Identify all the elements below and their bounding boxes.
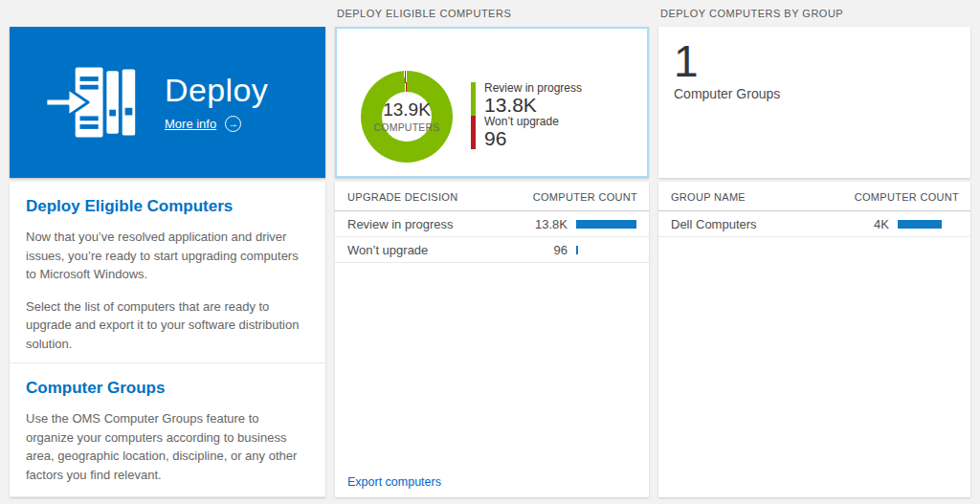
deploy-tile[interactable]: Deploy More info → <box>10 27 325 178</box>
table-row-dell-computers[interactable]: Dell Computers 4K <box>658 211 970 237</box>
section-paragraph: Use the OMS Computer Groups feature to o… <box>26 409 306 484</box>
legend-value: 13.8K <box>484 95 582 116</box>
legend-swatch-green <box>471 82 476 116</box>
eligible-computers-chart-card[interactable]: 13.9K COMPUTERS Review in progress 13.8K… <box>335 27 649 178</box>
row-bar-area <box>898 220 961 229</box>
table-row-review-in-progress[interactable]: Review in progress 13.8K <box>335 211 649 237</box>
computer-groups-summary-card[interactable]: 1 Computer Groups <box>658 27 970 178</box>
table-row-wont-upgrade[interactable]: Won’t upgrade 96 <box>335 237 649 263</box>
deploy-tile-title: Deploy <box>165 73 268 108</box>
more-info-arrow-icon[interactable]: → <box>225 116 241 132</box>
donut-center-text: 13.9K COMPUTERS <box>361 71 453 163</box>
column-deploy-overview: Deploy More info → Deploy Eligible Compu… <box>10 0 325 497</box>
eligible-computers-header: DEPLOY ELIGIBLE COMPUTERS <box>335 0 649 27</box>
legend-value: 96 <box>484 128 559 149</box>
column-header-group-name: GROUP NAME <box>671 191 746 203</box>
count-bar <box>576 246 578 254</box>
legend-swatch-red <box>471 116 476 149</box>
row-bar-area <box>576 246 639 254</box>
computers-by-group-header: DEPLOY COMPUTERS BY GROUP <box>658 0 970 27</box>
donut-total-value: 13.9K <box>383 100 431 121</box>
legend-item-wont-upgrade: Won’t upgrade 96 <box>471 116 582 149</box>
upgrade-decision-table-panel: UPGRADE DECISION COMPUTER COUNT Review i… <box>335 182 649 497</box>
count-bar <box>576 220 636 229</box>
legend-item-review-in-progress: Review in progress 13.8K <box>471 82 582 116</box>
export-computers-link[interactable]: Export computers <box>347 475 441 489</box>
row-count: 4K <box>847 217 889 231</box>
deploy-books-arrow-icon <box>44 63 140 142</box>
row-name: Won’t upgrade <box>347 243 525 257</box>
section-heading: Computer Groups <box>26 379 306 398</box>
column-header-computer-count: COMPUTER COUNT <box>855 191 959 203</box>
section-deploy-eligible-computers: Deploy Eligible Computers Now that you’v… <box>10 182 325 362</box>
group-table-panel: GROUP NAME COMPUTER COUNT Dell Computers… <box>658 182 970 497</box>
more-info-link[interactable]: More info <box>165 117 216 131</box>
dashboard: Deploy More info → Deploy Eligible Compu… <box>0 0 980 497</box>
deploy-description-panel: Deploy Eligible Computers Now that you’v… <box>10 182 325 497</box>
row-name: Dell Computers <box>671 217 847 231</box>
left-panel-filler <box>10 496 325 497</box>
upgrade-decision-table-header: UPGRADE DECISION COMPUTER COUNT <box>335 182 649 211</box>
computer-groups-count: 1 <box>674 38 955 84</box>
row-count: 13.8K <box>525 217 568 231</box>
count-bar <box>898 220 942 229</box>
row-name: Review in progress <box>347 217 525 231</box>
section-heading: Deploy Eligible Computers <box>26 197 306 216</box>
group-table-header: GROUP NAME COMPUTER COUNT <box>658 182 970 211</box>
section-computer-groups: Computer Groups Use the OMS Computer Gro… <box>10 362 325 496</box>
donut-legend: Review in progress 13.8K Won’t upgrade 9… <box>471 82 582 149</box>
column-header-upgrade-decision: UPGRADE DECISION <box>347 191 457 203</box>
row-bar-area <box>576 220 639 229</box>
section-paragraph: Select the list of computers that are re… <box>26 297 306 354</box>
left-column-header-spacer <box>10 0 325 27</box>
deploy-tile-text: Deploy More info → <box>165 73 268 131</box>
row-count: 96 <box>525 243 568 257</box>
donut-total-label: COMPUTERS <box>374 121 440 133</box>
section-paragraph: Now that you’ve resolved application and… <box>26 228 306 284</box>
column-deploy-computers-by-group: DEPLOY COMPUTERS BY GROUP 1 Computer Gro… <box>658 0 970 497</box>
column-deploy-eligible-computers: DEPLOY ELIGIBLE COMPUTERS 13.9K COMPUTER… <box>335 0 649 497</box>
computer-groups-label: Computer Groups <box>674 86 955 101</box>
more-info-row: More info → <box>165 116 268 132</box>
column-header-computer-count: COMPUTER COUNT <box>533 191 637 203</box>
